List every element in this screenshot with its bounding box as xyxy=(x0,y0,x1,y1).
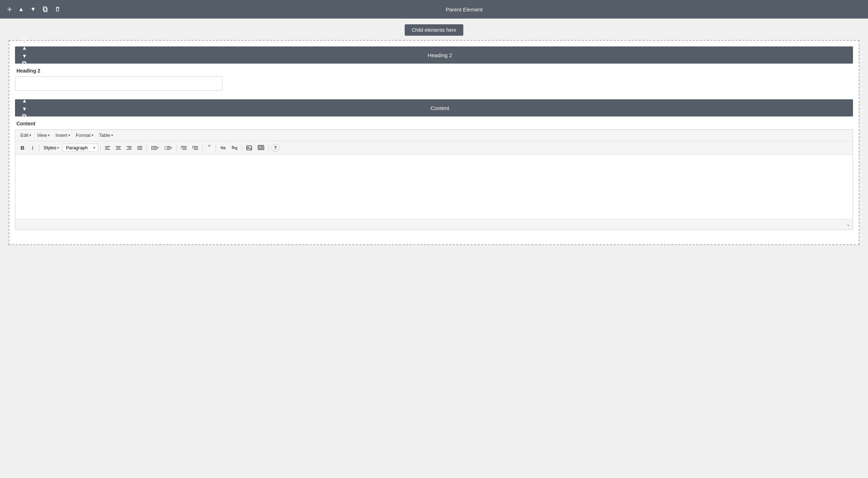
insert-image-button[interactable] xyxy=(244,144,254,152)
rte-table-menu[interactable]: Table ▾ xyxy=(97,131,115,139)
svg-point-18 xyxy=(152,146,153,147)
svg-line-38 xyxy=(232,146,237,150)
rte-edit-menu[interactable]: Edit ▾ xyxy=(18,131,33,139)
heading2-toolbar-title: Heading 2 xyxy=(33,52,847,58)
rte-format-label: Format xyxy=(76,133,90,138)
content-down-icon[interactable]: ▼ xyxy=(21,105,28,113)
rte-table-label: Table xyxy=(99,133,110,138)
toolbar-separator-5 xyxy=(202,144,203,151)
toolbar-separator-7 xyxy=(242,144,242,151)
numbered-list-chevron-icon: ▾ xyxy=(170,146,172,150)
toolbar-separator-4 xyxy=(176,144,177,151)
dashed-container: ✛ ▲ ▼ xyxy=(9,40,859,245)
resize-icon: ↘ xyxy=(846,222,850,227)
child-elements-label: Child elements here xyxy=(405,24,464,36)
paragraph-label: Paragraph xyxy=(66,145,88,150)
rte-view-label: View xyxy=(37,133,47,138)
insert-media-button[interactable] xyxy=(256,144,266,152)
toolbar-icons: ✛ ▲ ▼ xyxy=(6,5,62,14)
rte-menubar: Edit ▾ View ▾ Insert ▾ xyxy=(15,130,853,141)
italic-button[interactable]: I xyxy=(28,143,37,152)
toolbar-separator-2 xyxy=(100,144,101,151)
paragraph-dropdown[interactable]: Paragraph ▾ xyxy=(63,144,98,152)
svg-point-22 xyxy=(152,149,153,150)
styles-dropdown[interactable]: Styles ▾ xyxy=(41,144,61,152)
toolbar-separator-3 xyxy=(147,144,147,151)
view-chevron-icon: ▾ xyxy=(48,133,50,137)
heading2-input[interactable] xyxy=(15,76,222,91)
parent-element-title: Parent Element xyxy=(66,6,862,13)
indent-button[interactable] xyxy=(190,144,200,152)
content-block: ✛ ▲ ▼ xyxy=(15,99,853,230)
rte-edit-label: Edit xyxy=(20,133,28,138)
main-content: Child elements here ✛ ▲ ▼ xyxy=(0,24,868,254)
heading2-down-icon[interactable]: ▼ xyxy=(21,52,28,60)
content-toolbar-title: Content xyxy=(33,105,847,111)
rte-content-editable[interactable] xyxy=(15,155,853,219)
help-button[interactable]: ? xyxy=(271,144,280,152)
copy-icon[interactable] xyxy=(41,5,50,14)
rte-toolbar: B I Styles ▾ Paragraph ▾ xyxy=(15,141,853,155)
dashed-wrapper: ✛ ▲ ▼ xyxy=(0,36,868,254)
move-down-icon[interactable]: ▼ xyxy=(29,5,38,14)
content-move-icon[interactable]: ✛ xyxy=(21,88,28,96)
content-copy-icon[interactable] xyxy=(21,113,28,120)
styles-chevron-icon: ▾ xyxy=(57,146,59,150)
rich-text-editor: Edit ▾ View ▾ Insert ▾ xyxy=(15,129,853,230)
delete-icon[interactable] xyxy=(53,5,62,14)
child-elements-banner: Child elements here xyxy=(0,24,868,36)
outdent-button[interactable] xyxy=(179,144,189,152)
format-chevron-icon: ▾ xyxy=(92,133,93,137)
rte-insert-menu[interactable]: Insert ▾ xyxy=(53,131,72,139)
rte-status-bar: ↘ xyxy=(15,219,853,230)
move-up-icon[interactable]: ▲ xyxy=(17,5,25,14)
bullet-list-chevron-icon: ▾ xyxy=(157,146,159,150)
edit-chevron-icon: ▾ xyxy=(29,133,31,137)
align-right-button[interactable] xyxy=(124,144,134,151)
page-wrapper: ✛ ▲ ▼ Parent Element Child elements here xyxy=(0,0,868,478)
move-icon[interactable]: ✛ xyxy=(6,5,13,14)
heading2-copy-icon[interactable] xyxy=(21,60,28,68)
svg-point-20 xyxy=(152,147,153,148)
numbered-list-button[interactable]: 1.2.3. ▾ xyxy=(162,144,174,152)
parent-element-toolbar: ✛ ▲ ▼ Parent Element xyxy=(0,0,868,19)
svg-text:3.: 3. xyxy=(164,148,166,150)
heading2-toolbar: ✛ ▲ ▼ xyxy=(15,46,853,64)
heading2-move-icon[interactable]: ✛ xyxy=(21,35,28,44)
rte-insert-label: Insert xyxy=(55,133,67,138)
align-left-button[interactable] xyxy=(103,144,112,151)
toolbar-separator-1 xyxy=(39,144,39,151)
align-justify-button[interactable] xyxy=(135,144,144,151)
toolbar-separator-8 xyxy=(268,144,269,151)
align-center-button[interactable] xyxy=(114,144,123,151)
content-toolbar: ✛ ▲ ▼ xyxy=(15,99,853,116)
table-chevron-icon: ▾ xyxy=(111,133,113,137)
bullet-list-button[interactable]: ▾ xyxy=(149,144,161,152)
content-section-label: Content xyxy=(15,116,853,129)
content-up-icon[interactable]: ▲ xyxy=(21,96,28,105)
heading2-section-label: Heading 2 xyxy=(15,64,853,76)
heading2-up-icon[interactable]: ▲ xyxy=(21,44,28,52)
svg-rect-42 xyxy=(259,146,261,148)
rte-view-menu[interactable]: View ▾ xyxy=(35,131,52,139)
blockquote-button[interactable]: " xyxy=(205,143,213,153)
styles-label: Styles xyxy=(44,145,56,150)
rte-format-menu[interactable]: Format ▾ xyxy=(74,131,95,139)
unlink-button[interactable] xyxy=(230,144,240,152)
bold-button[interactable]: B xyxy=(18,143,27,152)
insert-chevron-icon: ▾ xyxy=(68,133,70,137)
heading2-block: ✛ ▲ ▼ xyxy=(15,46,853,91)
insert-link-button[interactable] xyxy=(218,144,228,152)
toolbar-separator-6 xyxy=(216,144,216,151)
paragraph-chevron-icon: ▾ xyxy=(93,146,95,150)
